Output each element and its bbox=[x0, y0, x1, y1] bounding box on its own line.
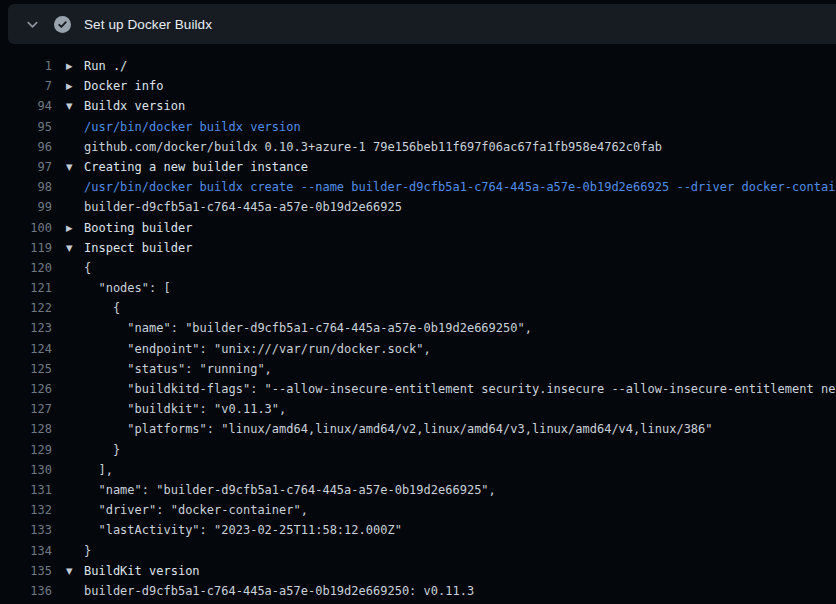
line-number-link[interactable]: 129 bbox=[0, 440, 52, 460]
log-line-row: 125 "status": "running", bbox=[0, 359, 836, 379]
log-group-header-row[interactable]: 7▶Docker info bbox=[0, 76, 836, 96]
line-number-link[interactable]: 126 bbox=[0, 379, 52, 399]
log-group-header-row[interactable]: 119▼Inspect builder bbox=[0, 238, 836, 258]
log-group-header-row[interactable]: 100▶Booting builder bbox=[0, 218, 836, 238]
log-line-row: 130 ], bbox=[0, 460, 836, 480]
command-text: /usr/bin/docker buildx version bbox=[84, 117, 301, 137]
log-line-row: 96github.com/docker/buildx 0.10.3+azure-… bbox=[0, 137, 836, 157]
marker-spacer bbox=[52, 440, 84, 460]
group-title: Run ./ bbox=[84, 56, 127, 76]
line-number-link[interactable]: 135 bbox=[0, 561, 52, 581]
marker-spacer bbox=[52, 298, 84, 318]
line-number-link[interactable]: 127 bbox=[0, 399, 52, 419]
triangle-right-icon[interactable]: ▶ bbox=[52, 56, 84, 76]
line-number-link[interactable]: 119 bbox=[0, 238, 52, 258]
marker-spacer bbox=[52, 500, 84, 520]
line-number-link[interactable]: 121 bbox=[0, 278, 52, 298]
log-line-row: 134} bbox=[0, 541, 836, 561]
log-line-row: 132 "driver": "docker-container", bbox=[0, 500, 836, 520]
triangle-down-icon[interactable]: ▼ bbox=[52, 238, 84, 258]
log-group-header-row[interactable]: 1▶Run ./ bbox=[0, 56, 836, 76]
marker-spacer bbox=[52, 177, 84, 197]
log-line-row: 128 "platforms": "linux/amd64,linux/amd6… bbox=[0, 419, 836, 439]
line-number-link[interactable]: 96 bbox=[0, 137, 52, 157]
line-number-link[interactable]: 7 bbox=[0, 76, 52, 96]
marker-spacer bbox=[52, 339, 84, 359]
output-text: ], bbox=[84, 460, 113, 480]
log-lines: 1▶Run ./7▶Docker info94▼Buildx version95… bbox=[0, 44, 836, 601]
output-text: } bbox=[84, 440, 120, 460]
check-circle-icon bbox=[54, 16, 71, 33]
log-line-row: 124 "endpoint": "unix:///var/run/docker.… bbox=[0, 339, 836, 359]
log-group-header-row[interactable]: 97▼Creating a new builder instance bbox=[0, 157, 836, 177]
output-text: "name": "builder-d9cfb5a1-c764-445a-a57e… bbox=[84, 318, 532, 338]
step-header[interactable]: Set up Docker Buildx bbox=[8, 4, 836, 44]
marker-spacer bbox=[52, 379, 84, 399]
line-number-link[interactable]: 100 bbox=[0, 218, 52, 238]
output-text: "platforms": "linux/amd64,linux/amd64/v2… bbox=[84, 419, 713, 439]
output-text: "nodes": [ bbox=[84, 278, 171, 298]
group-title: Buildx version bbox=[84, 96, 185, 116]
log-line-row: 126 "buildkitd-flags": "--allow-insecure… bbox=[0, 379, 836, 399]
output-text: "buildkitd-flags": "--allow-insecure-ent… bbox=[84, 379, 836, 399]
log-line-row: 129 } bbox=[0, 440, 836, 460]
marker-spacer bbox=[52, 278, 84, 298]
line-number-link[interactable]: 136 bbox=[0, 581, 52, 601]
line-number-link[interactable]: 99 bbox=[0, 197, 52, 217]
group-title: Creating a new builder instance bbox=[84, 157, 308, 177]
log-line-row: 99builder-d9cfb5a1-c764-445a-a57e-0b19d2… bbox=[0, 197, 836, 217]
chevron-down-icon[interactable] bbox=[18, 10, 46, 38]
log-line-row: 120{ bbox=[0, 258, 836, 278]
line-number-link[interactable]: 1 bbox=[0, 56, 52, 76]
line-number-link[interactable]: 131 bbox=[0, 480, 52, 500]
log-line-row: 133 "lastActivity": "2023-02-25T11:58:12… bbox=[0, 520, 836, 540]
line-number-link[interactable]: 130 bbox=[0, 460, 52, 480]
log-line-row: 121 "nodes": [ bbox=[0, 278, 836, 298]
output-text: "buildkit": "v0.11.3", bbox=[84, 399, 286, 419]
triangle-down-icon[interactable]: ▼ bbox=[52, 561, 84, 581]
marker-spacer bbox=[52, 117, 84, 137]
output-text: builder-d9cfb5a1-c764-445a-a57e-0b19d2e6… bbox=[84, 581, 474, 601]
output-text: builder-d9cfb5a1-c764-445a-a57e-0b19d2e6… bbox=[84, 197, 402, 217]
log-group-header-row[interactable]: 135▼BuildKit version bbox=[0, 561, 836, 581]
line-number-link[interactable]: 120 bbox=[0, 258, 52, 278]
output-text: { bbox=[84, 258, 91, 278]
line-number-link[interactable]: 128 bbox=[0, 419, 52, 439]
marker-spacer bbox=[52, 258, 84, 278]
log-group-header-row[interactable]: 94▼Buildx version bbox=[0, 96, 836, 116]
line-number-link[interactable]: 123 bbox=[0, 318, 52, 338]
group-title: Inspect builder bbox=[84, 238, 192, 258]
marker-spacer bbox=[52, 460, 84, 480]
triangle-down-icon[interactable]: ▼ bbox=[52, 157, 84, 177]
marker-spacer bbox=[52, 399, 84, 419]
line-number-link[interactable]: 133 bbox=[0, 520, 52, 540]
log-line-row: 136builder-d9cfb5a1-c764-445a-a57e-0b19d… bbox=[0, 581, 836, 601]
line-number-link[interactable]: 132 bbox=[0, 500, 52, 520]
log-line-row: 131 "name": "builder-d9cfb5a1-c764-445a-… bbox=[0, 480, 836, 500]
line-number-link[interactable]: 125 bbox=[0, 359, 52, 379]
log-line-row: 127 "buildkit": "v0.11.3", bbox=[0, 399, 836, 419]
marker-spacer bbox=[52, 137, 84, 157]
triangle-right-icon[interactable]: ▶ bbox=[52, 218, 84, 238]
triangle-down-icon[interactable]: ▼ bbox=[52, 96, 84, 116]
output-text: "endpoint": "unix:///var/run/docker.sock… bbox=[84, 339, 431, 359]
group-title: Docker info bbox=[84, 76, 163, 96]
line-number-link[interactable]: 94 bbox=[0, 96, 52, 116]
output-text: "lastActivity": "2023-02-25T11:58:12.000… bbox=[84, 520, 402, 540]
line-number-link[interactable]: 124 bbox=[0, 339, 52, 359]
output-text: github.com/docker/buildx 0.10.3+azure-1 … bbox=[84, 137, 662, 157]
line-number-link[interactable]: 97 bbox=[0, 157, 52, 177]
line-number-link[interactable]: 122 bbox=[0, 298, 52, 318]
line-number-link[interactable]: 134 bbox=[0, 541, 52, 561]
marker-spacer bbox=[52, 480, 84, 500]
output-text: "status": "running", bbox=[84, 359, 272, 379]
marker-spacer bbox=[52, 318, 84, 338]
line-number-link[interactable]: 95 bbox=[0, 117, 52, 137]
log-line-row: 123 "name": "builder-d9cfb5a1-c764-445a-… bbox=[0, 318, 836, 338]
marker-spacer bbox=[52, 581, 84, 601]
output-text: "name": "builder-d9cfb5a1-c764-445a-a57e… bbox=[84, 480, 496, 500]
command-text: /usr/bin/docker buildx create --name bui… bbox=[84, 177, 836, 197]
line-number-link[interactable]: 98 bbox=[0, 177, 52, 197]
triangle-right-icon[interactable]: ▶ bbox=[52, 76, 84, 96]
output-text: { bbox=[84, 298, 120, 318]
